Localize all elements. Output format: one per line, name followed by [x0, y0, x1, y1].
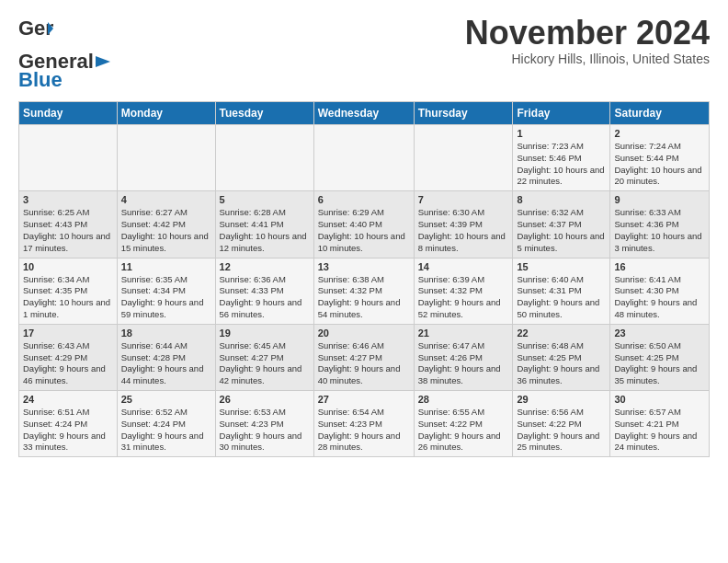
- day-number: 28: [418, 394, 509, 405]
- table-row: [414, 125, 513, 191]
- day-info: Sunrise: 6:56 AM Sunset: 4:22 PM Dayligh…: [517, 407, 606, 454]
- logo: General General Blue: [18, 15, 112, 92]
- day-number: 24: [23, 394, 113, 405]
- table-row: [19, 125, 118, 191]
- day-info: Sunrise: 6:40 AM Sunset: 4:31 PM Dayligh…: [517, 274, 606, 321]
- table-row: 17Sunrise: 6:43 AM Sunset: 4:29 PM Dayli…: [19, 324, 118, 390]
- table-row: 9Sunrise: 6:33 AM Sunset: 4:36 PM Daylig…: [610, 191, 710, 258]
- month-title: November 2024: [465, 15, 710, 52]
- day-number: 26: [220, 394, 310, 405]
- day-number: 14: [418, 261, 509, 272]
- day-number: 30: [614, 394, 705, 405]
- day-info: Sunrise: 7:24 AM Sunset: 5:44 PM Dayligh…: [614, 141, 705, 188]
- day-info: Sunrise: 6:32 AM Sunset: 4:37 PM Dayligh…: [517, 207, 606, 254]
- day-info: Sunrise: 6:30 AM Sunset: 4:39 PM Dayligh…: [418, 207, 509, 254]
- table-row: 13Sunrise: 6:38 AM Sunset: 4:32 PM Dayli…: [313, 258, 414, 324]
- table-row: 15Sunrise: 6:40 AM Sunset: 4:31 PM Dayli…: [513, 258, 610, 324]
- day-number: 18: [121, 327, 211, 339]
- day-number: 19: [220, 327, 310, 339]
- table-row: 7Sunrise: 6:30 AM Sunset: 4:39 PM Daylig…: [414, 191, 513, 258]
- svg-marker-2: [96, 56, 110, 67]
- table-row: 8Sunrise: 6:32 AM Sunset: 4:37 PM Daylig…: [513, 191, 610, 258]
- logo-icon: General: [18, 15, 53, 50]
- table-row: 26Sunrise: 6:53 AM Sunset: 4:23 PM Dayli…: [215, 391, 313, 457]
- day-number: 4: [121, 194, 211, 205]
- table-row: [215, 125, 313, 191]
- table-row: 24Sunrise: 6:51 AM Sunset: 4:24 PM Dayli…: [19, 391, 118, 457]
- calendar-week-row: 17Sunrise: 6:43 AM Sunset: 4:29 PM Dayli…: [19, 324, 710, 390]
- title-area: November 2024 Hickory Hills, Illinois, U…: [465, 15, 710, 66]
- table-row: 12Sunrise: 6:36 AM Sunset: 4:33 PM Dayli…: [215, 258, 313, 324]
- table-row: 18Sunrise: 6:44 AM Sunset: 4:28 PM Dayli…: [117, 324, 215, 390]
- calendar-week-row: 24Sunrise: 6:51 AM Sunset: 4:24 PM Dayli…: [19, 391, 710, 457]
- day-number: 7: [418, 194, 509, 205]
- day-info: Sunrise: 6:45 AM Sunset: 4:27 PM Dayligh…: [220, 340, 310, 387]
- table-row: 16Sunrise: 6:41 AM Sunset: 4:30 PM Dayli…: [610, 258, 710, 324]
- day-info: Sunrise: 6:36 AM Sunset: 4:33 PM Dayligh…: [220, 274, 310, 321]
- day-info: Sunrise: 6:53 AM Sunset: 4:23 PM Dayligh…: [220, 407, 310, 454]
- table-row: 2Sunrise: 7:24 AM Sunset: 5:44 PM Daylig…: [610, 125, 710, 191]
- day-info: Sunrise: 6:44 AM Sunset: 4:28 PM Dayligh…: [121, 340, 211, 387]
- calendar-week-row: 1Sunrise: 7:23 AM Sunset: 5:46 PM Daylig…: [19, 125, 710, 191]
- day-number: 27: [318, 394, 410, 405]
- col-sunday: Sunday: [19, 102, 118, 125]
- day-number: 15: [517, 261, 606, 272]
- calendar-week-row: 3Sunrise: 6:25 AM Sunset: 4:43 PM Daylig…: [19, 191, 710, 258]
- col-wednesday: Wednesday: [313, 102, 414, 125]
- day-number: 25: [121, 394, 211, 405]
- table-row: 1Sunrise: 7:23 AM Sunset: 5:46 PM Daylig…: [513, 125, 610, 191]
- day-info: Sunrise: 6:33 AM Sunset: 4:36 PM Dayligh…: [614, 207, 705, 254]
- day-info: Sunrise: 6:52 AM Sunset: 4:24 PM Dayligh…: [121, 407, 211, 454]
- table-row: 21Sunrise: 6:47 AM Sunset: 4:26 PM Dayli…: [414, 324, 513, 390]
- day-number: 3: [23, 194, 113, 205]
- logo-triangle-icon: [96, 52, 110, 71]
- day-number: 16: [614, 261, 705, 272]
- day-number: 10: [23, 261, 113, 272]
- table-row: 20Sunrise: 6:46 AM Sunset: 4:27 PM Dayli…: [313, 324, 414, 390]
- day-info: Sunrise: 6:55 AM Sunset: 4:22 PM Dayligh…: [418, 407, 509, 454]
- table-row: [313, 125, 414, 191]
- day-number: 13: [318, 261, 410, 272]
- col-monday: Monday: [117, 102, 215, 125]
- table-row: 6Sunrise: 6:29 AM Sunset: 4:40 PM Daylig…: [313, 191, 414, 258]
- table-row: 29Sunrise: 6:56 AM Sunset: 4:22 PM Dayli…: [513, 391, 610, 457]
- table-row: 3Sunrise: 6:25 AM Sunset: 4:43 PM Daylig…: [19, 191, 118, 258]
- day-info: Sunrise: 6:41 AM Sunset: 4:30 PM Dayligh…: [614, 274, 705, 321]
- day-info: Sunrise: 6:29 AM Sunset: 4:40 PM Dayligh…: [318, 207, 410, 254]
- col-tuesday: Tuesday: [215, 102, 313, 125]
- day-info: Sunrise: 6:50 AM Sunset: 4:25 PM Dayligh…: [614, 340, 705, 387]
- table-row: 25Sunrise: 6:52 AM Sunset: 4:24 PM Dayli…: [117, 391, 215, 457]
- day-info: Sunrise: 6:57 AM Sunset: 4:21 PM Dayligh…: [614, 407, 705, 454]
- day-number: 17: [23, 327, 113, 339]
- day-info: Sunrise: 6:51 AM Sunset: 4:24 PM Dayligh…: [23, 407, 113, 454]
- table-row: 22Sunrise: 6:48 AM Sunset: 4:25 PM Dayli…: [513, 324, 610, 390]
- day-number: 22: [517, 327, 606, 339]
- day-number: 29: [517, 394, 606, 405]
- day-info: Sunrise: 6:46 AM Sunset: 4:27 PM Dayligh…: [318, 340, 410, 387]
- table-row: 14Sunrise: 6:39 AM Sunset: 4:32 PM Dayli…: [414, 258, 513, 324]
- calendar-header-row: Sunday Monday Tuesday Wednesday Thursday…: [19, 102, 710, 125]
- day-number: 1: [517, 128, 606, 139]
- day-info: Sunrise: 6:39 AM Sunset: 4:32 PM Dayligh…: [418, 274, 509, 321]
- day-info: Sunrise: 6:28 AM Sunset: 4:41 PM Dayligh…: [220, 207, 310, 254]
- day-number: 11: [121, 261, 211, 272]
- day-number: 6: [318, 194, 410, 205]
- day-info: Sunrise: 6:54 AM Sunset: 4:23 PM Dayligh…: [318, 407, 410, 454]
- page: General General Blue November 2024 Hicko…: [0, 0, 728, 466]
- table-row: [117, 125, 215, 191]
- day-info: Sunrise: 6:48 AM Sunset: 4:25 PM Dayligh…: [517, 340, 606, 387]
- day-number: 5: [220, 194, 310, 205]
- day-info: Sunrise: 6:47 AM Sunset: 4:26 PM Dayligh…: [418, 340, 509, 387]
- table-row: 23Sunrise: 6:50 AM Sunset: 4:25 PM Dayli…: [610, 324, 710, 390]
- table-row: 27Sunrise: 6:54 AM Sunset: 4:23 PM Dayli…: [313, 391, 414, 457]
- day-info: Sunrise: 6:27 AM Sunset: 4:42 PM Dayligh…: [121, 207, 211, 254]
- col-thursday: Thursday: [414, 102, 513, 125]
- calendar-week-row: 10Sunrise: 6:34 AM Sunset: 4:35 PM Dayli…: [19, 258, 710, 324]
- day-number: 20: [318, 327, 410, 339]
- day-number: 2: [614, 128, 705, 139]
- table-row: 30Sunrise: 6:57 AM Sunset: 4:21 PM Dayli…: [610, 391, 710, 457]
- col-saturday: Saturday: [610, 102, 710, 125]
- location: Hickory Hills, Illinois, United States: [465, 52, 710, 66]
- day-number: 8: [517, 194, 606, 205]
- table-row: 10Sunrise: 6:34 AM Sunset: 4:35 PM Dayli…: [19, 258, 118, 324]
